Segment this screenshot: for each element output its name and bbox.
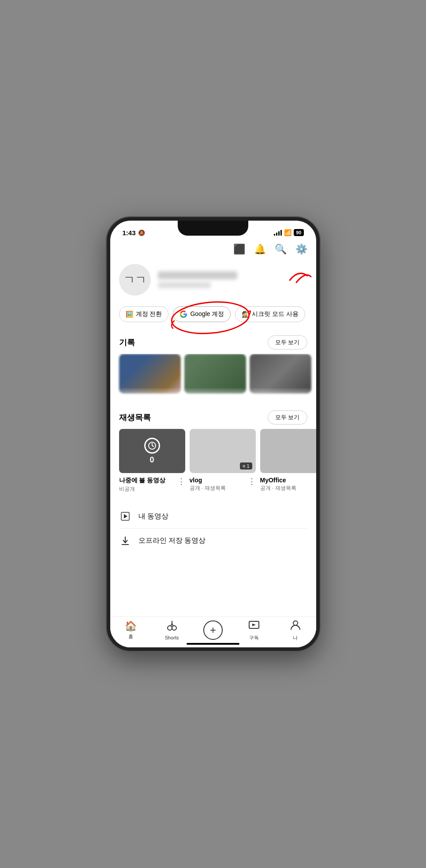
status-icons: 📶 90 bbox=[274, 229, 303, 236]
battery-indicator: 90 bbox=[294, 229, 303, 236]
profile-sub-blurred bbox=[158, 282, 211, 288]
switch-account-button[interactable]: 🖼️ 계정 전환 bbox=[119, 306, 169, 322]
offline-videos-menu-item[interactable]: 오프라인 저장 동영상 bbox=[119, 529, 307, 552]
play-icon bbox=[119, 511, 131, 521]
nav-add[interactable]: + bbox=[192, 620, 233, 640]
history-view-all-button[interactable]: 모두 보기 bbox=[268, 335, 307, 349]
history-fade bbox=[110, 387, 316, 401]
clock-icon-container: 0 bbox=[144, 438, 160, 465]
watch-later-menu-button[interactable]: ⋮ bbox=[176, 477, 185, 486]
google-account-wrapper: Google 계정 bbox=[173, 306, 231, 322]
playlist-item-vlog[interactable]: ≡ 1 vlog 공개 · 재생목록 ⋮ bbox=[190, 429, 256, 493]
nav-shorts[interactable]: Shorts bbox=[151, 620, 192, 640]
clock-icon bbox=[144, 438, 160, 454]
download-icon bbox=[119, 536, 131, 545]
playlist-thumb-myoffice bbox=[260, 429, 316, 473]
shorts-icon bbox=[166, 620, 178, 634]
home-indicator bbox=[187, 643, 239, 645]
main-content: ⬛ 🔔 🔍 ⚙️ ㄱㄱ bbox=[110, 240, 316, 647]
wifi-icon: 📶 bbox=[284, 229, 291, 236]
playlist-section-header: 재생목록 모두 보기 bbox=[110, 404, 316, 429]
google-account-button[interactable]: Google 계정 bbox=[173, 306, 231, 322]
incognito-button[interactable]: 🕵️ 시크릿 모드 사용 bbox=[235, 306, 305, 322]
menu-section: 내 동영상 오프라인 저장 동영상 bbox=[110, 504, 316, 552]
svg-point-14 bbox=[293, 621, 298, 625]
subscriptions-icon bbox=[248, 619, 260, 633]
home-label: 홈 bbox=[128, 633, 133, 640]
nav-me[interactable]: 나 bbox=[275, 619, 316, 641]
subscriptions-label: 구독 bbox=[249, 635, 259, 641]
mute-icon: 🔕 bbox=[138, 229, 145, 236]
playlist-scroll-area[interactable]: 0 나중에 볼 동영상 비공개 ⋮ bbox=[110, 429, 316, 500]
settings-icon[interactable]: ⚙️ bbox=[295, 244, 307, 255]
notification-icon[interactable]: 🔔 bbox=[254, 244, 266, 255]
playlist-item-myoffice-info: MyOffice 공개 · 재생목록 bbox=[260, 477, 316, 492]
avatar[interactable]: ㄱㄱ bbox=[119, 264, 151, 296]
shorts-label: Shorts bbox=[165, 635, 179, 640]
add-icon[interactable]: + bbox=[203, 620, 223, 640]
my-videos-menu-item[interactable]: 내 동영상 bbox=[119, 504, 307, 529]
watch-later-count: 0 bbox=[149, 455, 154, 465]
search-icon[interactable]: 🔍 bbox=[275, 244, 287, 255]
vlog-count-badge: ≡ 1 bbox=[240, 462, 252, 470]
cast-icon[interactable]: ⬛ bbox=[233, 244, 245, 255]
playlist-item-watch-later-info: 나중에 볼 동영상 비공개 ⋮ bbox=[119, 477, 185, 493]
playlist-thumb-watch-later: 0 bbox=[119, 429, 185, 473]
svg-line-11 bbox=[172, 624, 173, 626]
me-icon bbox=[290, 619, 301, 633]
playlist-item-vlog-info: vlog 공개 · 재생목록 ⋮ bbox=[190, 477, 256, 492]
playlist-view-all-button[interactable]: 모두 보기 bbox=[268, 410, 307, 425]
status-time: 1:43 🔕 bbox=[123, 229, 145, 237]
nav-home[interactable]: 🏠 홈 bbox=[110, 620, 151, 640]
playlist-section: 재생목록 모두 보기 bbox=[110, 404, 316, 500]
google-g-icon bbox=[179, 310, 187, 318]
history-section-header: 기록 모두 보기 bbox=[110, 329, 316, 354]
top-icons-bar: ⬛ 🔔 🔍 ⚙️ bbox=[110, 240, 316, 259]
vlog-sub: 공개 · 재생목록 bbox=[190, 485, 226, 492]
playlist-title: 재생목록 bbox=[119, 412, 151, 423]
svg-point-8 bbox=[168, 626, 172, 630]
playlist-thumb-vlog: ≡ 1 bbox=[190, 429, 256, 473]
watch-later-title: 나중에 볼 동영상 bbox=[119, 477, 166, 485]
playlist-item-myoffice[interactable]: MyOffice 공개 · 재생목록 bbox=[260, 429, 316, 493]
watch-later-sub: 비공개 bbox=[119, 485, 166, 493]
svg-point-9 bbox=[172, 626, 176, 630]
signal-icon bbox=[274, 229, 282, 236]
home-icon: 🏠 bbox=[125, 620, 137, 632]
profile-section: ㄱㄱ bbox=[110, 259, 316, 303]
add-plus-symbol: + bbox=[210, 625, 216, 635]
switch-account-icon: 🖼️ bbox=[126, 311, 133, 318]
playlist-item-watch-later[interactable]: 0 나중에 볼 동영상 비공개 ⋮ bbox=[119, 429, 185, 493]
me-label: 나 bbox=[293, 635, 298, 641]
svg-line-3 bbox=[152, 446, 154, 447]
vlog-menu-button[interactable]: ⋮ bbox=[246, 477, 256, 486]
svg-marker-5 bbox=[124, 514, 127, 519]
profile-name-blurred bbox=[158, 271, 237, 279]
incognito-icon: 🕵️ bbox=[242, 311, 249, 318]
myoffice-sub: 공개 · 재생목록 bbox=[260, 485, 296, 492]
nav-subscriptions[interactable]: 구독 bbox=[234, 619, 275, 641]
myoffice-title: MyOffice bbox=[260, 477, 296, 484]
vlog-title: vlog bbox=[190, 477, 226, 484]
history-title: 기록 bbox=[119, 337, 135, 348]
red-mark-decoration bbox=[285, 267, 312, 285]
action-buttons-row: 🖼️ 계정 전환 Google 계정 bbox=[110, 303, 316, 329]
offline-videos-label: 오프라인 저장 동영상 bbox=[138, 536, 206, 545]
my-videos-label: 내 동영상 bbox=[138, 512, 168, 521]
